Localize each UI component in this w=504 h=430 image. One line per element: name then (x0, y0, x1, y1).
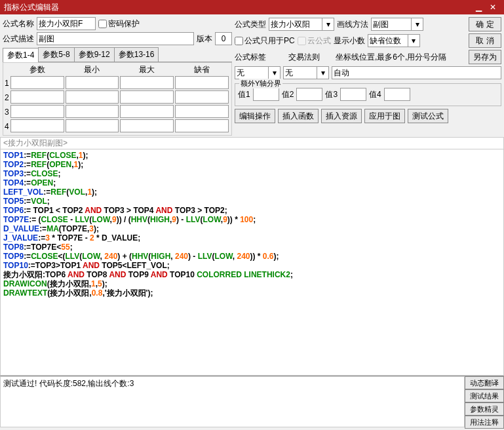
ok-button[interactable]: 确 定 (469, 17, 501, 31)
formula-desc-input[interactable] (37, 32, 194, 45)
apply-chart-button[interactable]: 应用于图 (364, 109, 405, 123)
draw-method-select[interactable]: 副图▾ (371, 18, 423, 31)
param-cell[interactable] (120, 105, 174, 118)
coord-pos-input[interactable] (332, 66, 501, 79)
param-cell[interactable] (10, 90, 64, 104)
val2-input[interactable] (296, 88, 322, 101)
tab-params-1-4[interactable]: 参数1-4 (3, 48, 39, 62)
formula-desc-label: 公式描述 (3, 33, 34, 45)
tab-params-9-12[interactable]: 参数9-12 (74, 47, 115, 62)
param-cell[interactable] (175, 119, 229, 132)
val3-input[interactable] (340, 88, 366, 101)
code-editor[interactable]: TOP1:=REF(CLOSE,1);TOP2:=REF(OPEN,1);TOP… (0, 149, 504, 376)
tab-params-13-16[interactable]: 参数13-16 (114, 47, 159, 62)
param-cell[interactable] (10, 119, 64, 132)
coord-pos-label: 坐标线位置,最多6个,用分号分隔 (336, 52, 446, 63)
chevron-down-icon: ▾ (268, 67, 280, 79)
draw-method-label: 画线方法 (337, 19, 368, 30)
chevron-down-icon: ▾ (317, 67, 328, 79)
window-title: 指标公式编辑器 (4, 2, 471, 13)
val4-input[interactable] (384, 88, 410, 101)
val1-input[interactable] (253, 88, 279, 101)
test-formula-button[interactable]: 测试公式 (408, 109, 448, 123)
param-cell[interactable] (175, 90, 229, 104)
show-decimal-label: 显示小数 (334, 35, 365, 47)
param-cell[interactable] (10, 76, 64, 89)
param-cell[interactable] (66, 119, 119, 132)
param-cell[interactable] (66, 105, 119, 118)
edit-op-button[interactable]: 编辑操作 (235, 109, 275, 123)
pc-only-checkbox[interactable]: 公式只用于PC (235, 35, 295, 47)
status-bar: 测试通过! 代码长度:582,输出线个数:3 (0, 376, 465, 427)
cloud-formula-checkbox: 云公式 (298, 35, 331, 47)
version-input[interactable] (215, 32, 232, 45)
param-cell[interactable] (175, 105, 229, 118)
pwd-protect-checkbox[interactable]: 密码保护 (98, 18, 140, 29)
save-as-button[interactable]: 另存为 (469, 50, 501, 64)
param-wiz-button[interactable]: 参数精灵 (465, 402, 504, 416)
param-cell[interactable] (66, 90, 119, 104)
trade-rule-label: 交易法则 (288, 52, 320, 63)
usage-note-button[interactable]: 用法注释 (465, 416, 504, 429)
chevron-down-icon: ▾ (322, 18, 334, 30)
param-cell[interactable] (120, 90, 174, 104)
param-cell[interactable] (120, 119, 174, 132)
cancel-button[interactable]: 取 消 (469, 33, 501, 48)
param-table: 1 2 3 4 参数最小最大缺省 (3, 62, 232, 136)
insert-res-button[interactable]: 插入资源 (321, 109, 362, 123)
test-result-button[interactable]: 测试结果 (465, 389, 504, 402)
param-cell[interactable] (120, 76, 174, 89)
minimize-icon[interactable]: ▁ (471, 3, 486, 12)
insert-func-button[interactable]: 插入函数 (278, 109, 319, 123)
show-decimal-select[interactable]: 缺省位数▾ (368, 34, 420, 47)
formula-name-label: 公式名称 (3, 18, 34, 29)
chevron-down-icon: ▾ (408, 35, 419, 47)
formula-tag-label: 公式标签 (235, 52, 266, 63)
dyn-trans-button[interactable]: 动态翻译 (465, 376, 504, 389)
formula-name-input[interactable] (37, 17, 96, 30)
trade-rule-select[interactable]: 无▾ (283, 66, 329, 79)
formula-tag-select[interactable]: 无▾ (235, 66, 281, 79)
code-title: <接力小双阳副图> (0, 137, 504, 149)
param-cell[interactable] (175, 76, 229, 89)
titlebar: 指标公式编辑器 ▁ ✕ (0, 0, 504, 14)
tab-params-5-8[interactable]: 参数5-8 (38, 47, 74, 62)
param-cell[interactable] (66, 76, 119, 89)
formula-type-label: 公式类型 (235, 19, 266, 30)
extra-yaxis-group: 额外Y轴分界 值1 值2 值3 值4 (235, 83, 501, 106)
formula-type-select[interactable]: 接力小双阳▾ (269, 18, 334, 31)
param-cell[interactable] (10, 105, 64, 118)
close-icon[interactable]: ✕ (486, 3, 500, 12)
param-tabs: 参数1-4 参数5-8 参数9-12 参数13-16 (3, 47, 232, 62)
chevron-down-icon: ▾ (411, 18, 423, 30)
version-label: 版本 (197, 33, 212, 45)
